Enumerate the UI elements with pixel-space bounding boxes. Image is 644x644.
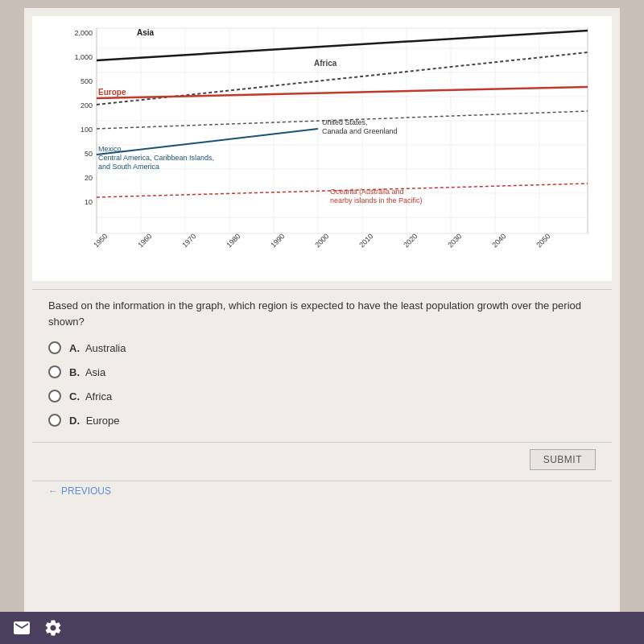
svg-text:1950: 1950 bbox=[92, 232, 109, 249]
svg-text:nearby islands in the Pacific): nearby islands in the Pacific) bbox=[330, 196, 423, 204]
submit-button[interactable]: SUBMIT bbox=[530, 449, 596, 470]
svg-text:Mexico,: Mexico, bbox=[98, 145, 123, 153]
option-c[interactable]: C. Africa bbox=[48, 390, 596, 402]
option-d-label: D. Europe bbox=[69, 415, 120, 427]
navigation-bar: ← PREVIOUS bbox=[32, 481, 612, 505]
bottom-bar: SUBMIT bbox=[32, 442, 612, 477]
svg-text:United States,: United States, bbox=[322, 118, 368, 126]
option-b-label: B. Asia bbox=[69, 366, 105, 378]
svg-text:Asia: Asia bbox=[137, 28, 155, 37]
mail-icon[interactable] bbox=[12, 618, 31, 638]
radio-c[interactable] bbox=[48, 390, 61, 402]
previous-link[interactable]: ← PREVIOUS bbox=[48, 485, 596, 497]
radio-d[interactable] bbox=[48, 414, 61, 427]
svg-text:2040: 2040 bbox=[490, 232, 507, 249]
question-text: Based on the information in the graph, w… bbox=[48, 298, 596, 329]
svg-text:20: 20 bbox=[85, 174, 93, 182]
options-list: A. Australia B. Asia C. Africa D. Europe bbox=[48, 341, 596, 427]
settings-icon[interactable] bbox=[43, 618, 63, 638]
radio-b[interactable] bbox=[48, 365, 61, 378]
option-a-label: A. Australia bbox=[69, 342, 126, 354]
svg-text:1970: 1970 bbox=[180, 232, 197, 249]
svg-text:2010: 2010 bbox=[357, 232, 374, 249]
question-section: Based on the information in the graph, w… bbox=[32, 289, 612, 442]
svg-text:500: 500 bbox=[80, 77, 93, 85]
svg-text:50: 50 bbox=[85, 150, 93, 158]
chart-container: 2,000 1,000 500 200 100 50 20 10 1950 19… bbox=[32, 16, 612, 281]
svg-text:100: 100 bbox=[80, 126, 93, 134]
option-a[interactable]: A. Australia bbox=[48, 341, 596, 354]
svg-text:2030: 2030 bbox=[446, 232, 463, 249]
svg-text:2,000: 2,000 bbox=[74, 29, 93, 37]
svg-text:Europe: Europe bbox=[98, 88, 126, 97]
svg-text:10: 10 bbox=[85, 198, 93, 206]
taskbar bbox=[0, 612, 644, 644]
svg-text:2000: 2000 bbox=[313, 232, 330, 249]
svg-text:1980: 1980 bbox=[225, 232, 242, 249]
svg-text:Canada and Greenland: Canada and Greenland bbox=[322, 127, 398, 135]
svg-text:200: 200 bbox=[80, 101, 93, 109]
arrow-left-icon: ← bbox=[48, 485, 58, 497]
option-d[interactable]: D. Europe bbox=[48, 414, 596, 427]
option-c-label: C. Africa bbox=[69, 390, 112, 402]
svg-text:2020: 2020 bbox=[402, 232, 419, 249]
svg-text:1,000: 1,000 bbox=[74, 53, 93, 61]
svg-text:Oceania (Australia and: Oceania (Australia and bbox=[330, 188, 404, 196]
radio-a[interactable] bbox=[48, 341, 61, 354]
svg-text:and South America: and South America bbox=[98, 163, 159, 171]
population-chart: 2,000 1,000 500 200 100 50 20 10 1950 19… bbox=[40, 24, 604, 274]
svg-text:1960: 1960 bbox=[136, 232, 153, 249]
svg-text:Africa: Africa bbox=[314, 59, 337, 68]
svg-text:2050: 2050 bbox=[535, 232, 551, 249]
svg-text:1990: 1990 bbox=[269, 232, 286, 249]
svg-text:Central America, Caribbean Isl: Central America, Caribbean Islands, bbox=[98, 154, 214, 162]
option-b[interactable]: B. Asia bbox=[48, 365, 596, 378]
